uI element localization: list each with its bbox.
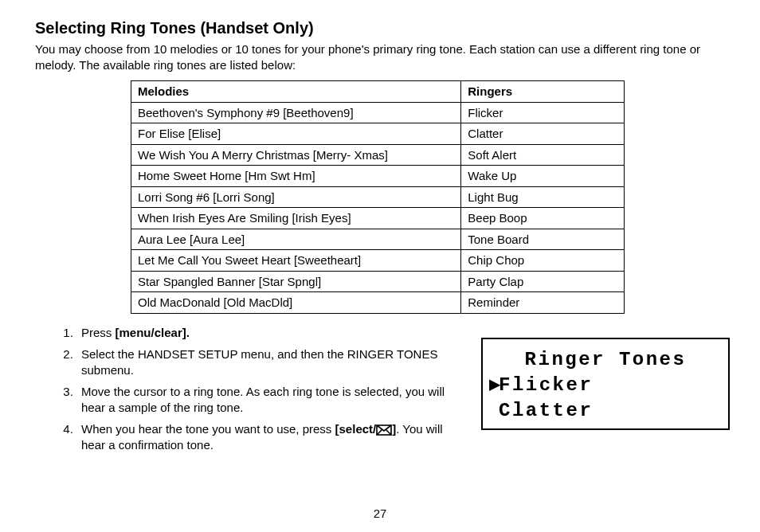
table-row: When Irish Eyes Are Smiling [Irish Eyes]… bbox=[131, 208, 625, 229]
melody-cell: Let Me Call You Sweet Heart [Sweetheart] bbox=[131, 250, 461, 272]
ringer-cell: Chip Chop bbox=[461, 250, 625, 272]
step-1: Press [menu/clear]. bbox=[76, 325, 452, 341]
melody-cell: When Irish Eyes Are Smiling [Irish Eyes] bbox=[131, 208, 461, 229]
melody-cell: Aura Lee [Aura Lee] bbox=[131, 229, 461, 250]
instruction-list: Press [menu/clear]. Select the HANDSET S… bbox=[67, 325, 452, 460]
menu-clear-key: [menu/clear]. bbox=[116, 326, 190, 339]
lcd-title: Ringer Tones bbox=[489, 347, 722, 373]
lcd-line-1: ▶Flicker bbox=[489, 373, 722, 398]
melody-cell: We Wish You A Merry Christmas [Merry- Xm… bbox=[131, 144, 461, 166]
melody-cell: For Elise [Elise] bbox=[131, 123, 461, 145]
table-row: Aura Lee [Aura Lee]Tone Board bbox=[131, 229, 625, 250]
step-2: Select the HANDSET SETUP menu, and then … bbox=[76, 346, 452, 377]
ringer-cell: Reminder bbox=[461, 292, 625, 314]
handset-lcd-preview: Ringer Tones ▶Flicker Clatter bbox=[481, 338, 730, 430]
table-row: Lorri Song #6 [Lorri Song]Light Bug bbox=[131, 186, 625, 208]
table-header-row: Melodies Ringers bbox=[131, 81, 625, 103]
step-4: When you hear the tone you want to use, … bbox=[76, 421, 452, 452]
ringer-cell: Beep Boop bbox=[461, 208, 625, 229]
table-row: Old MacDonald [Old MacDld]Reminder bbox=[131, 292, 625, 314]
table-row: Beethoven's Symphony #9 [Beethoven9]Flic… bbox=[131, 102, 625, 123]
table-row: Let Me Call You Sweet Heart [Sweetheart]… bbox=[131, 250, 625, 272]
intro-paragraph: You may choose from 10 melodies or 10 to… bbox=[35, 41, 730, 72]
table-row: Home Sweet Home [Hm Swt Hm]Wake Up bbox=[131, 166, 625, 187]
table-row: Star Spangled Banner [Star Spngl]Party C… bbox=[131, 271, 625, 292]
melody-cell: Star Spangled Banner [Star Spngl] bbox=[131, 271, 461, 292]
ringer-cell: Flicker bbox=[461, 102, 625, 123]
page-number: 27 bbox=[0, 506, 760, 522]
ringer-cell: Wake Up bbox=[461, 166, 625, 187]
lcd-line-2: Clatter bbox=[489, 398, 722, 424]
cursor-icon: ▶ bbox=[489, 373, 499, 398]
ringer-cell: Party Clap bbox=[461, 271, 625, 292]
table-row: We Wish You A Merry Christmas [Merry- Xm… bbox=[131, 144, 625, 166]
ringer-cell: Light Bug bbox=[461, 186, 625, 208]
ring-tones-table: Melodies Ringers Beethoven's Symphony #9… bbox=[131, 80, 625, 314]
ringer-cell: Clatter bbox=[461, 123, 625, 145]
step-3: Move the cursor to a ring tone. As each … bbox=[76, 384, 452, 415]
melody-cell: Beethoven's Symphony #9 [Beethoven9] bbox=[131, 102, 461, 123]
envelope-icon bbox=[376, 424, 392, 436]
select-key-label: [select/ bbox=[335, 422, 377, 436]
ringer-cell: Soft Alert bbox=[461, 144, 625, 166]
ringer-cell: Tone Board bbox=[461, 229, 625, 250]
page-title: Selecting Ring Tones (Handset Only) bbox=[35, 18, 730, 38]
header-melodies: Melodies bbox=[131, 81, 461, 103]
melody-cell: Lorri Song #6 [Lorri Song] bbox=[131, 186, 461, 208]
header-ringers: Ringers bbox=[461, 81, 625, 103]
table-row: For Elise [Elise]Clatter bbox=[131, 123, 625, 145]
manual-page: Selecting Ring Tones (Handset Only) You … bbox=[0, 0, 760, 532]
melody-cell: Home Sweet Home [Hm Swt Hm] bbox=[131, 166, 461, 187]
melody-cell: Old MacDonald [Old MacDld] bbox=[131, 292, 461, 314]
